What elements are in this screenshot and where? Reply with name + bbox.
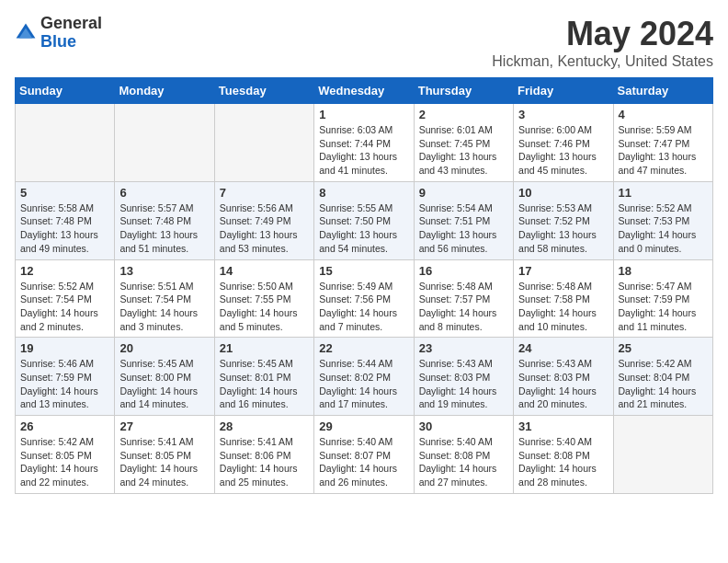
daylight-text: Daylight: 14 hours and 22 minutes.	[20, 463, 98, 488]
daylight-text: Daylight: 14 hours and 2 minutes.	[20, 307, 98, 332]
day-number: 21	[220, 341, 309, 355]
logo-blue-text: Blue	[40, 33, 102, 52]
day-info: Sunrise: 6:00 AMSunset: 7:46 PMDaylight:…	[518, 123, 608, 178]
calendar-cell: 11Sunrise: 5:52 AMSunset: 7:53 PMDayligh…	[613, 181, 712, 259]
day-number: 8	[319, 186, 408, 200]
title-area: May 2024 Hickman, Kentucky, United State…	[492, 15, 713, 70]
day-info: Sunrise: 6:01 AMSunset: 7:45 PMDaylight:…	[419, 123, 508, 178]
sunset-text: Sunset: 7:56 PM	[319, 293, 391, 304]
sunset-text: Sunset: 7:48 PM	[119, 215, 191, 226]
day-info: Sunrise: 5:50 AMSunset: 7:55 PMDaylight:…	[220, 280, 309, 334]
sunrise-text: Sunrise: 5:41 AM	[119, 436, 193, 447]
sunrise-text: Sunrise: 5:48 AM	[419, 281, 493, 292]
sunset-text: Sunset: 7:57 PM	[419, 293, 491, 304]
calendar-cell: 16Sunrise: 5:48 AMSunset: 7:57 PMDayligh…	[414, 259, 513, 338]
sunset-text: Sunset: 8:03 PM	[518, 372, 590, 383]
calendar-cell	[115, 104, 214, 182]
sunrise-text: Sunrise: 5:41 AM	[220, 436, 293, 447]
sunrise-text: Sunrise: 5:50 AM	[220, 281, 293, 292]
daylight-text: Daylight: 13 hours and 58 minutes.	[518, 229, 597, 254]
sunrise-text: Sunrise: 5:46 AM	[20, 358, 94, 369]
day-number: 3	[518, 108, 608, 121]
sunrise-text: Sunrise: 5:51 AM	[119, 281, 193, 292]
daylight-text: Daylight: 13 hours and 56 minutes.	[419, 229, 497, 254]
day-info: Sunrise: 5:46 AMSunset: 7:59 PMDaylight:…	[20, 357, 109, 411]
sunset-text: Sunset: 7:44 PM	[319, 138, 391, 149]
sunset-text: Sunset: 8:08 PM	[419, 450, 491, 461]
calendar-cell: 30Sunrise: 5:40 AMSunset: 8:08 PMDayligh…	[414, 416, 513, 494]
calendar-cell: 3Sunrise: 6:00 AMSunset: 7:46 PMDaylight…	[514, 104, 613, 182]
calendar-cell: 24Sunrise: 5:43 AMSunset: 8:03 PMDayligh…	[514, 338, 613, 416]
day-info: Sunrise: 5:56 AMSunset: 7:49 PMDaylight:…	[220, 201, 309, 256]
sunset-text: Sunset: 7:58 PM	[518, 293, 590, 304]
weekday-header-wednesday: Wednesday	[314, 78, 414, 104]
calendar-table: SundayMondayTuesdayWednesdayThursdayFrid…	[15, 77, 713, 494]
calendar-subtitle: Hickman, Kentucky, United States	[492, 53, 713, 70]
day-number: 5	[20, 186, 109, 200]
day-info: Sunrise: 5:55 AMSunset: 7:50 PMDaylight:…	[319, 201, 408, 256]
day-info: Sunrise: 5:42 AMSunset: 8:05 PMDaylight:…	[20, 435, 109, 489]
daylight-text: Daylight: 13 hours and 43 minutes.	[419, 151, 497, 176]
day-number: 9	[419, 186, 508, 200]
calendar-cell: 21Sunrise: 5:45 AMSunset: 8:01 PMDayligh…	[214, 338, 313, 416]
calendar-cell: 13Sunrise: 5:51 AMSunset: 7:54 PMDayligh…	[115, 259, 214, 338]
calendar-cell: 27Sunrise: 5:41 AMSunset: 8:05 PMDayligh…	[115, 416, 214, 494]
day-info: Sunrise: 5:48 AMSunset: 7:58 PMDaylight:…	[518, 280, 608, 334]
calendar-cell	[613, 416, 712, 494]
sunrise-text: Sunrise: 5:54 AM	[419, 202, 493, 213]
weekday-header-tuesday: Tuesday	[214, 78, 313, 104]
day-info: Sunrise: 5:45 AMSunset: 8:01 PMDaylight:…	[220, 357, 309, 411]
day-info: Sunrise: 5:45 AMSunset: 8:00 PMDaylight:…	[119, 357, 209, 411]
sunrise-text: Sunrise: 5:40 AM	[319, 436, 392, 447]
daylight-text: Daylight: 14 hours and 20 minutes.	[518, 385, 597, 410]
calendar-cell: 20Sunrise: 5:45 AMSunset: 8:00 PMDayligh…	[115, 338, 214, 416]
daylight-text: Daylight: 13 hours and 49 minutes.	[20, 229, 98, 254]
daylight-text: Daylight: 14 hours and 25 minutes.	[220, 463, 298, 488]
calendar-cell: 14Sunrise: 5:50 AMSunset: 7:55 PMDayligh…	[214, 259, 313, 338]
day-info: Sunrise: 5:59 AMSunset: 7:47 PMDaylight:…	[619, 123, 708, 178]
sunset-text: Sunset: 7:49 PM	[220, 215, 291, 226]
day-number: 31	[518, 419, 608, 433]
sunrise-text: Sunrise: 5:53 AM	[518, 202, 592, 213]
day-info: Sunrise: 5:40 AMSunset: 8:08 PMDaylight:…	[419, 435, 508, 489]
day-number: 24	[518, 341, 608, 355]
weekday-header-saturday: Saturday	[613, 78, 712, 104]
day-number: 25	[619, 341, 708, 355]
day-info: Sunrise: 5:49 AMSunset: 7:56 PMDaylight:…	[319, 280, 408, 334]
sunrise-text: Sunrise: 6:00 AM	[518, 124, 592, 135]
daylight-text: Daylight: 14 hours and 8 minutes.	[419, 307, 497, 332]
day-info: Sunrise: 5:41 AMSunset: 8:05 PMDaylight:…	[119, 435, 209, 489]
sunrise-text: Sunrise: 5:42 AM	[20, 436, 94, 447]
daylight-text: Daylight: 13 hours and 47 minutes.	[619, 151, 697, 176]
calendar-week-row: 5Sunrise: 5:58 AMSunset: 7:48 PMDaylight…	[16, 181, 713, 259]
daylight-text: Daylight: 14 hours and 28 minutes.	[518, 463, 597, 488]
sunrise-text: Sunrise: 5:44 AM	[319, 358, 392, 369]
sunset-text: Sunset: 7:54 PM	[119, 293, 191, 304]
logo-icon	[15, 22, 37, 44]
daylight-text: Daylight: 14 hours and 11 minutes.	[619, 307, 697, 332]
sunset-text: Sunset: 7:51 PM	[419, 215, 491, 226]
day-info: Sunrise: 5:43 AMSunset: 8:03 PMDaylight:…	[419, 357, 508, 411]
sunrise-text: Sunrise: 5:42 AM	[619, 358, 692, 369]
sunset-text: Sunset: 8:04 PM	[619, 372, 690, 383]
sunset-text: Sunset: 7:55 PM	[220, 293, 291, 304]
day-number: 10	[518, 186, 608, 200]
sunrise-text: Sunrise: 5:52 AM	[619, 202, 692, 213]
sunset-text: Sunset: 8:00 PM	[119, 372, 191, 383]
sunrise-text: Sunrise: 5:45 AM	[220, 358, 293, 369]
calendar-cell: 25Sunrise: 5:42 AMSunset: 8:04 PMDayligh…	[613, 338, 712, 416]
daylight-text: Daylight: 14 hours and 27 minutes.	[419, 463, 497, 488]
sunset-text: Sunset: 7:59 PM	[619, 293, 690, 304]
sunrise-text: Sunrise: 5:52 AM	[20, 281, 94, 292]
daylight-text: Daylight: 13 hours and 51 minutes.	[119, 229, 198, 254]
day-number: 6	[119, 186, 209, 200]
sunset-text: Sunset: 7:47 PM	[619, 138, 690, 149]
sunrise-text: Sunrise: 5:49 AM	[319, 281, 392, 292]
sunset-text: Sunset: 7:52 PM	[518, 215, 590, 226]
day-info: Sunrise: 5:42 AMSunset: 8:04 PMDaylight:…	[619, 357, 708, 411]
daylight-text: Daylight: 14 hours and 21 minutes.	[619, 385, 697, 410]
sunrise-text: Sunrise: 5:55 AM	[319, 202, 392, 213]
daylight-text: Daylight: 14 hours and 17 minutes.	[319, 385, 397, 410]
daylight-text: Daylight: 14 hours and 0 minutes.	[619, 229, 697, 254]
calendar-cell: 18Sunrise: 5:47 AMSunset: 7:59 PMDayligh…	[613, 259, 712, 338]
